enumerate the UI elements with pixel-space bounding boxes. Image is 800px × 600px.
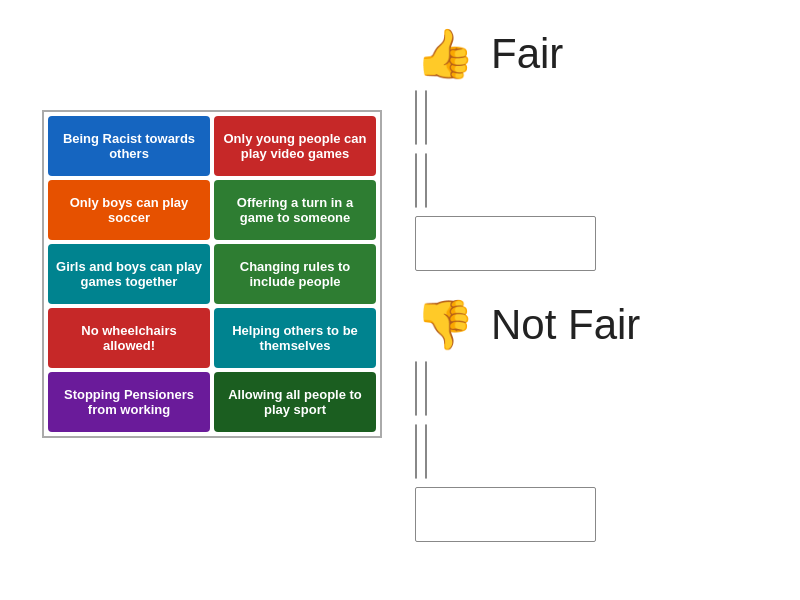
card-girls-boys-games[interactable]: Girls and boys can play games together (48, 244, 210, 304)
thumbs-up-emoji: 👍 (415, 30, 475, 78)
fair-drop-row-1 (415, 90, 785, 145)
not-fair-drop-3[interactable] (415, 424, 417, 479)
fair-drop-4[interactable] (425, 153, 427, 208)
card-stopping-pensioners[interactable]: Stopping Pensioners from working (48, 372, 210, 432)
not-fair-drop-1[interactable] (415, 361, 417, 416)
fair-drop-5[interactable] (415, 216, 596, 271)
card-allowing-all-people[interactable]: Allowing all people to play sport (214, 372, 376, 432)
right-section: 👍 Fair 👎 Not Fair (415, 30, 785, 550)
card-being-racist[interactable]: Being Racist towards others (48, 116, 210, 176)
not-fair-section: 👎 Not Fair (415, 301, 785, 542)
fair-drop-2[interactable] (425, 90, 427, 145)
not-fair-drop-row-3 (415, 487, 785, 542)
not-fair-drop-5[interactable] (415, 487, 596, 542)
card-helping-others[interactable]: Helping others to be themselves (214, 308, 376, 368)
card-young-video-games[interactable]: Only young people can play video games (214, 116, 376, 176)
fair-drop-1[interactable] (415, 90, 417, 145)
thumbs-down-emoji: 👎 (415, 301, 475, 349)
not-fair-title: Not Fair (491, 301, 640, 349)
not-fair-drop-4[interactable] (425, 424, 427, 479)
not-fair-drop-row-2 (415, 424, 785, 479)
card-changing-rules[interactable]: Changing rules to include people (214, 244, 376, 304)
not-fair-drop-2[interactable] (425, 361, 427, 416)
fair-drop-3[interactable] (415, 153, 417, 208)
fair-drop-row-2 (415, 153, 785, 208)
fair-drop-row-3 (415, 216, 785, 271)
card-container: Being Racist towards others Only young p… (42, 110, 382, 438)
fair-section: 👍 Fair (415, 30, 785, 271)
not-fair-header: 👎 Not Fair (415, 301, 785, 349)
card-only-boys-soccer[interactable]: Only boys can play soccer (48, 180, 210, 240)
card-offering-turn[interactable]: Offering a turn in a game to someone (214, 180, 376, 240)
fair-header: 👍 Fair (415, 30, 785, 78)
card-no-wheelchairs[interactable]: No wheelchairs allowed! (48, 308, 210, 368)
fair-title: Fair (491, 30, 563, 78)
not-fair-drop-row-1 (415, 361, 785, 416)
